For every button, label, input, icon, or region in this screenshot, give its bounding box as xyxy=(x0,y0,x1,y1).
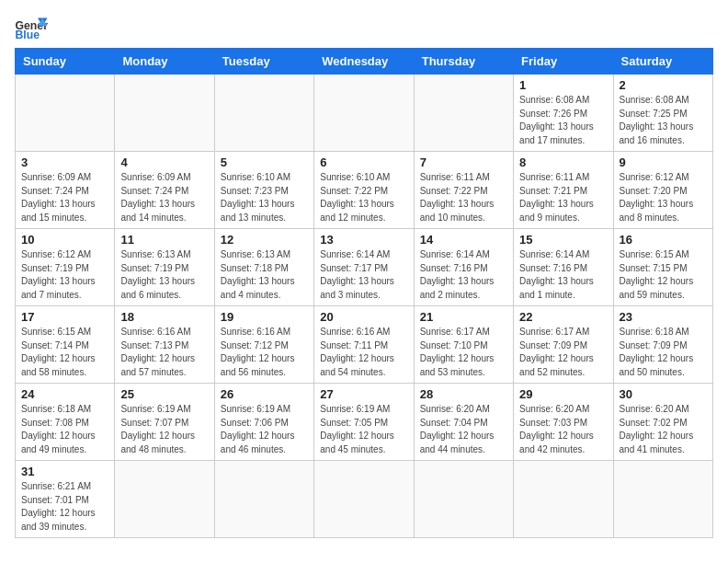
calendar-cell: 4Sunrise: 6:09 AM Sunset: 7:24 PM Daylig… xyxy=(115,152,214,229)
calendar-cell: 15Sunrise: 6:14 AM Sunset: 7:16 PM Dayli… xyxy=(514,229,613,306)
svg-text:Blue: Blue xyxy=(16,29,40,40)
day-number: 8 xyxy=(519,155,607,169)
day-info: Sunrise: 6:10 AM Sunset: 7:22 PM Dayligh… xyxy=(320,171,407,224)
day-number: 10 xyxy=(21,233,108,247)
calendar-cell: 6Sunrise: 6:10 AM Sunset: 7:22 PM Daylig… xyxy=(314,152,414,229)
day-info: Sunrise: 6:10 AM Sunset: 7:23 PM Dayligh… xyxy=(221,171,308,224)
calendar-cell: 11Sunrise: 6:13 AM Sunset: 7:19 PM Dayli… xyxy=(115,229,214,306)
calendar-cell: 10Sunrise: 6:12 AM Sunset: 7:19 PM Dayli… xyxy=(16,229,115,306)
day-info: Sunrise: 6:12 AM Sunset: 7:20 PM Dayligh… xyxy=(620,171,707,224)
calendar-cell: 31Sunrise: 6:21 AM Sunset: 7:01 PM Dayli… xyxy=(16,461,115,538)
day-info: Sunrise: 6:19 AM Sunset: 7:07 PM Dayligh… xyxy=(120,403,208,456)
calendar-cell xyxy=(414,461,513,538)
day-number: 18 xyxy=(120,310,208,324)
calendar-cell: 29Sunrise: 6:20 AM Sunset: 7:03 PM Dayli… xyxy=(514,384,613,461)
calendar-cell xyxy=(414,75,513,152)
calendar-cell: 18Sunrise: 6:16 AM Sunset: 7:13 PM Dayli… xyxy=(115,306,214,384)
week-row-5: 24Sunrise: 6:18 AM Sunset: 7:08 PM Dayli… xyxy=(16,384,713,461)
day-number: 21 xyxy=(420,310,507,324)
day-info: Sunrise: 6:16 AM Sunset: 7:12 PM Dayligh… xyxy=(221,326,308,379)
day-number: 9 xyxy=(620,155,707,169)
day-info: Sunrise: 6:18 AM Sunset: 7:08 PM Dayligh… xyxy=(21,403,108,456)
day-info: Sunrise: 6:21 AM Sunset: 7:01 PM Dayligh… xyxy=(21,480,108,534)
day-number: 11 xyxy=(120,233,208,247)
day-info: Sunrise: 6:08 AM Sunset: 7:26 PM Dayligh… xyxy=(519,94,607,147)
weekday-header-wednesday: Wednesday xyxy=(314,49,414,75)
day-number: 2 xyxy=(620,78,707,92)
day-info: Sunrise: 6:17 AM Sunset: 7:09 PM Dayligh… xyxy=(519,326,607,379)
day-number: 31 xyxy=(21,465,108,478)
day-info: Sunrise: 6:11 AM Sunset: 7:21 PM Dayligh… xyxy=(519,171,607,224)
calendar-cell: 28Sunrise: 6:20 AM Sunset: 7:04 PM Dayli… xyxy=(414,384,513,461)
calendar-cell: 9Sunrise: 6:12 AM Sunset: 7:20 PM Daylig… xyxy=(613,152,712,229)
day-info: Sunrise: 6:15 AM Sunset: 7:14 PM Dayligh… xyxy=(21,326,108,379)
day-number: 29 xyxy=(519,387,607,401)
calendar-cell: 12Sunrise: 6:13 AM Sunset: 7:18 PM Dayli… xyxy=(214,229,313,306)
day-info: Sunrise: 6:20 AM Sunset: 7:02 PM Dayligh… xyxy=(620,403,707,456)
calendar-cell: 19Sunrise: 6:16 AM Sunset: 7:12 PM Dayli… xyxy=(214,306,313,384)
day-number: 22 xyxy=(519,310,607,324)
day-number: 19 xyxy=(221,310,308,324)
day-number: 5 xyxy=(221,155,308,169)
calendar-cell: 13Sunrise: 6:14 AM Sunset: 7:17 PM Dayli… xyxy=(314,229,414,306)
calendar-cell xyxy=(115,75,214,152)
week-row-3: 10Sunrise: 6:12 AM Sunset: 7:19 PM Dayli… xyxy=(16,229,713,306)
day-number: 15 xyxy=(519,233,607,247)
day-number: 23 xyxy=(620,310,707,324)
calendar-cell xyxy=(514,461,613,538)
day-number: 7 xyxy=(420,155,507,169)
day-info: Sunrise: 6:14 AM Sunset: 7:17 PM Dayligh… xyxy=(320,248,407,302)
day-number: 12 xyxy=(221,233,308,247)
day-number: 24 xyxy=(21,387,108,401)
calendar-cell: 30Sunrise: 6:20 AM Sunset: 7:02 PM Dayli… xyxy=(613,384,712,461)
day-info: Sunrise: 6:08 AM Sunset: 7:25 PM Dayligh… xyxy=(620,94,707,147)
page-header: General Blue xyxy=(15,15,713,40)
day-number: 25 xyxy=(120,387,208,401)
calendar-cell xyxy=(16,75,115,152)
calendar-cell: 5Sunrise: 6:10 AM Sunset: 7:23 PM Daylig… xyxy=(214,152,313,229)
day-number: 20 xyxy=(320,310,407,324)
calendar-table: SundayMondayTuesdayWednesdayThursdayFrid… xyxy=(15,48,713,538)
day-info: Sunrise: 6:17 AM Sunset: 7:10 PM Dayligh… xyxy=(420,326,507,379)
logo: General Blue xyxy=(15,15,48,40)
day-info: Sunrise: 6:16 AM Sunset: 7:13 PM Dayligh… xyxy=(120,326,208,379)
calendar-cell xyxy=(115,461,214,538)
day-info: Sunrise: 6:16 AM Sunset: 7:11 PM Dayligh… xyxy=(320,326,407,379)
week-row-2: 3Sunrise: 6:09 AM Sunset: 7:24 PM Daylig… xyxy=(16,152,713,229)
day-number: 14 xyxy=(420,233,507,247)
calendar-cell xyxy=(314,461,414,538)
calendar-cell xyxy=(314,75,414,152)
weekday-header-friday: Friday xyxy=(514,49,613,75)
weekday-header-thursday: Thursday xyxy=(414,49,513,75)
weekday-header-monday: Monday xyxy=(115,49,214,75)
calendar-cell: 22Sunrise: 6:17 AM Sunset: 7:09 PM Dayli… xyxy=(514,306,613,384)
calendar-cell: 8Sunrise: 6:11 AM Sunset: 7:21 PM Daylig… xyxy=(514,152,613,229)
calendar-cell: 21Sunrise: 6:17 AM Sunset: 7:10 PM Dayli… xyxy=(414,306,513,384)
calendar-cell: 24Sunrise: 6:18 AM Sunset: 7:08 PM Dayli… xyxy=(16,384,115,461)
day-number: 1 xyxy=(519,78,607,92)
week-row-6: 31Sunrise: 6:21 AM Sunset: 7:01 PM Dayli… xyxy=(16,461,713,538)
calendar-cell: 16Sunrise: 6:15 AM Sunset: 7:15 PM Dayli… xyxy=(613,229,712,306)
day-info: Sunrise: 6:12 AM Sunset: 7:19 PM Dayligh… xyxy=(21,248,108,302)
day-info: Sunrise: 6:13 AM Sunset: 7:19 PM Dayligh… xyxy=(120,248,208,302)
calendar-cell: 14Sunrise: 6:14 AM Sunset: 7:16 PM Dayli… xyxy=(414,229,513,306)
day-number: 4 xyxy=(120,155,208,169)
calendar-cell: 17Sunrise: 6:15 AM Sunset: 7:14 PM Dayli… xyxy=(16,306,115,384)
day-number: 17 xyxy=(21,310,108,324)
day-info: Sunrise: 6:14 AM Sunset: 7:16 PM Dayligh… xyxy=(420,248,507,302)
day-info: Sunrise: 6:09 AM Sunset: 7:24 PM Dayligh… xyxy=(120,171,208,224)
week-row-1: 1Sunrise: 6:08 AM Sunset: 7:26 PM Daylig… xyxy=(16,75,713,152)
calendar-cell: 3Sunrise: 6:09 AM Sunset: 7:24 PM Daylig… xyxy=(16,152,115,229)
calendar-cell: 20Sunrise: 6:16 AM Sunset: 7:11 PM Dayli… xyxy=(314,306,414,384)
calendar-cell xyxy=(214,461,313,538)
day-number: 30 xyxy=(620,387,707,401)
day-number: 27 xyxy=(320,387,407,401)
calendar-cell xyxy=(613,461,712,538)
day-number: 16 xyxy=(620,233,707,247)
day-info: Sunrise: 6:15 AM Sunset: 7:15 PM Dayligh… xyxy=(620,248,707,302)
weekday-header-tuesday: Tuesday xyxy=(214,49,313,75)
day-info: Sunrise: 6:19 AM Sunset: 7:06 PM Dayligh… xyxy=(221,403,308,456)
generalblue-logo-icon: General Blue xyxy=(15,15,48,40)
calendar-cell: 7Sunrise: 6:11 AM Sunset: 7:22 PM Daylig… xyxy=(414,152,513,229)
calendar-cell: 1Sunrise: 6:08 AM Sunset: 7:26 PM Daylig… xyxy=(514,75,613,152)
